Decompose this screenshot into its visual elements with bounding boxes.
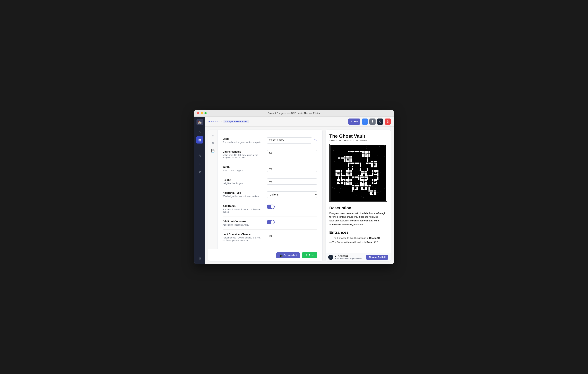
form-group-dig: Dig Percentage Value from 0 to 100 how m… <box>223 147 317 162</box>
dungeon-map <box>329 144 387 202</box>
seed-label: Seed <box>223 137 264 140</box>
print-icon: 🖨 <box>305 254 308 257</box>
doors-control <box>267 205 317 209</box>
titlebar: Sales & Dungeons — D&D meets Thermal Pri… <box>194 110 394 117</box>
breadcrumb-arrow: › <box>221 120 222 123</box>
main-content: Generators › Dungeon Generator ✎ Edit ⬇ … <box>205 117 394 264</box>
loot-chance-input[interactable] <box>267 233 317 239</box>
dig-control <box>267 150 317 156</box>
content-area: ≡ ⧉ 💾 Seed The seed used to generate the… <box>205 127 394 264</box>
entrances-title: Entrances <box>329 230 387 235</box>
seed-label-group: Seed The seed used to generate the templ… <box>223 137 264 144</box>
sliders-icon-button[interactable]: ≡ <box>210 133 216 139</box>
form-with-sidebar: ≡ ⧉ 💾 Seed The seed used to generate the… <box>208 130 323 249</box>
seed-refresh-button[interactable]: ↻ <box>314 138 317 143</box>
copy-icon: ⧉ <box>379 120 381 123</box>
form-group-width: Width Width of the dungeon. <box>223 162 317 175</box>
breadcrumb-parent[interactable]: Generators <box>208 120 220 123</box>
info-button[interactable]: ℹ <box>369 118 376 125</box>
form-group-seed: Seed The seed used to generate the templ… <box>223 134 317 147</box>
seed-desc: The seed used to generate the template <box>223 141 264 144</box>
loot-toggle[interactable] <box>267 220 275 224</box>
save-icon-button[interactable]: 💾 <box>210 148 216 154</box>
info-icon: ℹ <box>372 120 373 123</box>
loot-chance-desc: Percentage (0 - 100%) chance of a loot c… <box>223 237 264 241</box>
preview-panel: The Ghost Vault SEED::TEST_SEED AI::2122… <box>326 130 391 261</box>
loot-chance-label: Loot Container Chance <box>223 233 264 236</box>
form-group-algo: Algorithm Type Which algorithm to use fo… <box>223 188 317 201</box>
ai-icon: ✦ <box>328 255 333 260</box>
entrances-list: — The Entrance to this Dungeon is in Roo… <box>329 236 387 244</box>
entrance-2: — The Stairs to the next Level is in Roo… <box>329 240 387 244</box>
algo-label-group: Algorithm Type Which algorithm to use fo… <box>223 191 264 197</box>
window-title: Sales & Dungeons — D&D meets Thermal Pri… <box>268 112 320 114</box>
sidebar-item-document[interactable]: ▦ <box>196 136 203 144</box>
loot-label: Add Loot Container <box>223 220 264 223</box>
doors-toggle[interactable] <box>267 205 275 209</box>
form-group-height: Height Height of the dungeon. <box>223 175 317 188</box>
doors-label: Add Doors <box>223 205 264 208</box>
app-window: Sales & Dungeons — D&D meets Thermal Pri… <box>194 110 394 264</box>
sidebar-logo: 🏰 <box>197 119 203 125</box>
breadcrumb-current: Dungeon Generator <box>223 120 249 123</box>
trash-icon: 🗑 <box>386 120 389 123</box>
loot-desc: Adds some loot containers. <box>223 224 264 226</box>
seed-input[interactable] <box>267 137 312 144</box>
delete-button[interactable]: 🗑 <box>385 118 391 125</box>
loot-toggle-knob <box>271 220 274 224</box>
dig-desc: Value from 0 to 100 how much of the dung… <box>223 154 264 159</box>
width-label: Width <box>223 166 264 168</box>
loot-chance-control <box>267 233 317 239</box>
sidebar-item-settings[interactable]: ⚙ <box>196 255 203 262</box>
width-input[interactable] <box>267 166 317 172</box>
ai-banner: ✦ AI CONTENT Execution requires permissi… <box>326 253 391 261</box>
ai-desc: Execution requires permission! <box>335 257 364 260</box>
allow-button[interactable]: Allow or Re-Roll <box>366 255 388 260</box>
algo-select[interactable]: Uniform Random Walk BSP <box>267 191 317 198</box>
copy-button[interactable]: ⧉ <box>377 118 383 125</box>
sidebar-item-robot[interactable]: ☻ <box>196 168 203 175</box>
edit-button[interactable]: ✎ Edit <box>348 118 360 125</box>
description-text: Dungeon looks premier with torch holders… <box>329 211 387 227</box>
sidebar-item-home[interactable]: ⌂ <box>196 128 203 135</box>
height-control <box>267 178 317 185</box>
close-button[interactable] <box>197 112 200 114</box>
height-label: Height <box>223 178 264 181</box>
screenshot-button[interactable]: 📷 Screenshot <box>276 252 300 258</box>
ai-text: AI CONTENT Execution requires permission… <box>335 255 364 260</box>
entrance-1: — The Entrance to this Dungeon is in Roo… <box>329 236 387 240</box>
height-input[interactable] <box>267 178 317 185</box>
dungeon-title: The Ghost Vault <box>329 133 387 139</box>
doors-toggle-knob <box>271 205 274 208</box>
toolbar-actions: ✎ Edit ⬇ ℹ ⧉ 🗑 <box>348 118 391 125</box>
form-group-loot-chance: Loot Container Chance Percentage (0 - 10… <box>223 229 317 245</box>
width-control <box>267 166 317 172</box>
clipboard-icon-button[interactable]: ⧉ <box>210 140 216 146</box>
form-group-loot: Add Loot Container Adds some loot contai… <box>223 217 317 229</box>
loot-chance-label-group: Loot Container Chance Percentage (0 - 10… <box>223 233 264 241</box>
breadcrumb: Generators › Dungeon Generator <box>208 120 249 123</box>
edit-icon: ✎ <box>351 120 353 123</box>
download-icon: ⬇ <box>364 120 366 123</box>
sidebar: 🏰 ⌂ ▦ ⊟ ✎ ⊞ ☻ ⚙ <box>194 117 205 264</box>
algo-control: Uniform Random Walk BSP <box>267 191 317 198</box>
width-desc: Width of the dungeon. <box>223 169 264 172</box>
algo-desc: Which algorithm to use for generation. <box>223 195 264 197</box>
seed-control: ↻ <box>267 137 317 144</box>
form-panel: ≡ ⧉ 💾 Seed The seed used to generate the… <box>208 130 323 261</box>
dig-input[interactable] <box>267 150 317 156</box>
sidebar-item-cart[interactable]: ⊞ <box>196 160 203 167</box>
download-button[interactable]: ⬇ <box>362 118 368 125</box>
camera-icon: 📷 <box>280 254 283 257</box>
sidebar-item-layers[interactable]: ⊟ <box>196 144 203 152</box>
traffic-lights <box>197 112 207 114</box>
minimize-button[interactable] <box>201 112 203 114</box>
sidebar-item-edit[interactable]: ✎ <box>196 152 203 159</box>
dig-label-group: Dig Percentage Value from 0 to 100 how m… <box>223 150 264 159</box>
toolbar: Generators › Dungeon Generator ✎ Edit ⬇ … <box>205 117 394 127</box>
loot-control <box>267 220 317 224</box>
fullscreen-button[interactable] <box>204 112 207 114</box>
dungeon-canvas <box>330 145 386 201</box>
print-button[interactable]: 🖨 Print <box>302 252 317 258</box>
form-content: Seed The seed used to generate the templ… <box>218 130 323 249</box>
